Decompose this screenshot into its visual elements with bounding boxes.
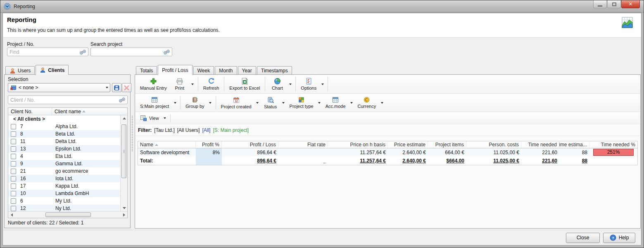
tab-timestamps[interactable]: Timestamps [257,66,292,75]
column-header-time-needed-[interactable]: Time needed % [589,141,637,148]
binoculars-icon[interactable] [79,49,86,55]
filter-chip[interactable]: [All Users] [177,127,200,133]
client-row[interactable]: 21go ecommerce [8,167,120,175]
s-main-project-button[interactable]: S:Main project [137,95,172,111]
save-selection-button[interactable] [112,83,121,92]
filter-chip[interactable]: [All] [202,127,210,133]
client-row[interactable]: 9Gamma Ltd. [8,160,120,167]
vertical-scrollbar[interactable] [120,115,127,211]
tab-users[interactable]: Users [5,66,35,75]
client-row[interactable]: 7Alpha Ltd. [8,123,120,130]
client-row[interactable]: 12Ny Ltd. [8,205,120,211]
column-header-price-on-h-basis[interactable]: Price on h basis [328,141,388,148]
client-checkbox[interactable] [11,124,16,129]
column-header-client-name[interactable]: Client name [52,108,127,115]
tab-month[interactable]: Month [215,66,237,75]
delete-selection-button[interactable] [122,83,131,92]
client-checkbox[interactable] [11,154,16,159]
search-project-input[interactable] [93,49,163,55]
chart-dropdown-button[interactable] [287,76,293,92]
client-filter-field[interactable] [8,95,128,104]
project-no-input[interactable] [10,49,79,55]
client-checkbox[interactable] [11,206,16,211]
tab-week[interactable]: Week [193,66,214,75]
binoculars-icon[interactable] [163,49,170,55]
client-row[interactable]: 6My Ltd. [8,197,120,205]
refresh-button[interactable]: Refresh [200,76,222,93]
maximize-button[interactable] [607,0,621,8]
scroll-right-button[interactable] [121,212,127,218]
column-header-name[interactable]: Name [138,141,196,148]
column-header-flat-rate[interactable]: Flat rate [278,141,328,148]
tab-clients[interactable]: Clients [36,65,69,75]
chart-button[interactable]: Chart [267,76,287,93]
selection-combobox[interactable]: < none > [8,83,110,92]
total-row[interactable]: Total:896,64 €_11.257,64 €2.640,00 €$664… [138,157,637,165]
column-header-client-no[interactable]: Client No. [8,108,52,115]
titlebar[interactable]: Reporting ✕ [0,0,644,13]
currency-button[interactable]: Currency [355,95,379,111]
tab-profit-loss[interactable]: Profit / Loss [158,65,192,75]
help-button[interactable]: ? Help [603,233,635,243]
client-row[interactable]: 13Epsilon Ltd. [8,145,120,153]
project-type-button[interactable]: Project type [287,95,316,111]
status-dropdown-button[interactable] [280,95,287,111]
result-row[interactable]: Software development8%896,64 €11.257,64 … [138,148,637,157]
tab-year[interactable]: Year [238,66,256,75]
project-type-dropdown-button[interactable] [316,95,323,111]
client-checkbox[interactable] [11,169,16,174]
scroll-left-button[interactable] [8,212,15,218]
currency-dropdown-button[interactable] [379,95,385,111]
acc-mode-button[interactable]: Acc.mode [323,95,349,111]
column-header-project-items[interactable]: Project items [428,141,466,148]
client-row[interactable]: 4Eta Ltd. [8,153,120,160]
manual-entry-button[interactable]: Manual Entry [137,76,170,93]
options-dropdown-button[interactable] [319,76,326,92]
client-checkbox[interactable] [11,198,16,204]
scrollbar-thumb[interactable] [45,212,91,217]
column-header-person-costs[interactable]: Person. costs [466,141,521,148]
view-button[interactable]: View [137,113,162,123]
close-button[interactable]: Close [566,233,600,243]
client-checkbox[interactable] [11,191,16,196]
column-header-time-estima-[interactable]: Time estima... [559,141,589,148]
group-by-dropdown-button[interactable] [207,95,214,111]
view-dropdown-button[interactable] [162,113,168,123]
minimize-button[interactable] [593,0,607,8]
client-checkbox[interactable] [11,176,16,181]
client-row[interactable]: 10Lambda GmbH [8,190,120,197]
filter-chip[interactable]: [Tau Ltd.] [154,127,174,133]
tab-totals[interactable]: Totals [136,66,157,75]
acc-mode-dropdown-button[interactable] [349,95,355,111]
column-header-profit-[interactable]: Profit % [196,141,222,148]
column-header-time-needed[interactable]: Time needed [521,141,559,148]
binoculars-icon[interactable] [119,97,126,103]
project-no-field[interactable] [7,48,88,56]
options-button[interactable]: Options [298,76,319,93]
close-window-button[interactable]: ✕ [621,0,640,8]
s-main-project-dropdown-button[interactable] [172,95,178,111]
status-button[interactable]: Status [261,95,280,111]
client-checkbox[interactable] [11,161,16,167]
client-checkbox[interactable] [11,146,16,152]
client-row[interactable]: 11Delta Ltd. [8,138,120,145]
all-clients-row[interactable]: < All clients > [8,115,120,123]
client-checkbox[interactable] [11,131,16,137]
client-row[interactable]: 16Iota Ltd. [8,175,120,182]
group-by-button[interactable]: Group by [183,95,207,111]
scroll-up-button[interactable] [121,115,128,122]
client-checkbox[interactable] [11,139,16,144]
panel-splitter[interactable] [132,116,133,151]
print-button[interactable]: Print [170,76,190,93]
filter-chip[interactable]: [S: Main project] [213,127,249,133]
print-dropdown-button[interactable] [190,76,196,92]
column-header-profit-loss[interactable]: Profit / Loss [222,141,278,148]
client-row[interactable]: 17Kappa Ltd. [8,182,120,190]
client-row[interactable]: 8Beta Ltd. [8,130,120,138]
client-filter-input[interactable] [10,97,119,103]
export-to-excel-button[interactable]: Export to Excel [226,76,263,93]
scroll-down-button[interactable] [121,205,128,211]
project-created-dropdown-button[interactable] [254,95,261,111]
horizontal-scrollbar[interactable] [8,211,127,218]
column-header-price-estimate[interactable]: Price estimate [388,141,428,148]
